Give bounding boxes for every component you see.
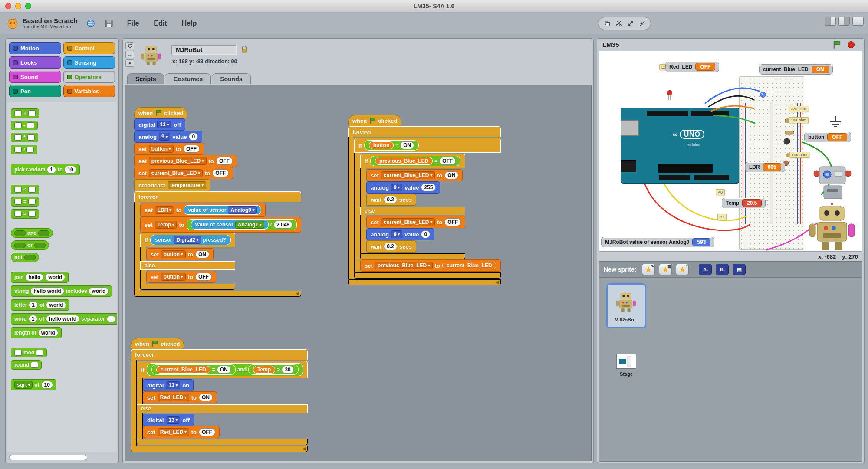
category-control[interactable]: Control	[63, 42, 115, 54]
block-input-field[interactable]: ON	[199, 394, 213, 401]
window-layout-button-1[interactable]	[825, 17, 836, 26]
empty-number-slot[interactable]	[31, 362, 38, 368]
stack-block[interactable]: digital13▾on	[143, 379, 194, 391]
stack-block[interactable]: wait0.2secs	[366, 194, 416, 206]
block-input-field[interactable]: 0	[421, 230, 430, 238]
palette-block[interactable]: joinhelloworld	[11, 272, 69, 283]
delete-tool-button[interactable]	[614, 19, 624, 28]
language-globe-icon[interactable]	[85, 18, 96, 29]
block-input-field[interactable]: 1	[47, 166, 56, 174]
stack-block[interactable]: setRed_LED▾toOFF	[143, 426, 220, 438]
hat-block[interactable]: whenclicked	[348, 115, 401, 126]
empty-number-slot[interactable]	[14, 134, 22, 141]
block-dropdown[interactable]: current_Blue_LED▾	[381, 218, 435, 226]
stage-thumbnail[interactable]: Stage	[612, 352, 641, 379]
tab-costumes[interactable]: Costumes	[165, 73, 211, 84]
palette-block[interactable]: =	[11, 197, 39, 207]
stop-button[interactable]	[848, 41, 855, 48]
variable-reporter[interactable]: button	[369, 141, 394, 149]
block-dropdown[interactable]: Red_LED▾	[158, 428, 189, 436]
stack-block[interactable]: setcurrent_Blue_LED▾toOFF	[134, 167, 233, 179]
stack-block[interactable]: setbutton▾toON	[146, 248, 214, 260]
script-1[interactable]: whenclickeddigital13▾offanalog9▾value0se…	[134, 107, 301, 297]
block-dropdown[interactable]: LDR▾	[155, 206, 174, 214]
block-input-field[interactable]: OFF	[183, 145, 200, 153]
block-dropdown[interactable]: button▾	[161, 250, 186, 258]
block-input-field[interactable]: OFF	[444, 218, 461, 226]
c-block-header[interactable]: ifcurrent_Blue_LED=ONandTemp>30	[137, 361, 308, 378]
block-input-field[interactable]: ON	[195, 250, 209, 258]
empty-boolean-slot[interactable]	[14, 243, 26, 248]
empty-number-slot[interactable]	[28, 187, 36, 193]
block-input-field[interactable]: 255	[421, 184, 436, 191]
block-input-field[interactable]: 30	[282, 366, 293, 374]
palette-block[interactable]: /	[11, 145, 37, 154]
block-input-field[interactable]: world	[89, 287, 108, 295]
block-input-field[interactable]: hello world	[46, 315, 79, 323]
block-input-field[interactable]: world	[38, 329, 58, 337]
new-sprite-import-button[interactable]: B.	[716, 264, 729, 275]
grow-sprite-tool-button[interactable]	[626, 19, 635, 28]
watcher-temp[interactable]: Temp20.5	[722, 198, 766, 208]
stack-block[interactable]: setprevious_Blue_LED▾toOFF	[134, 155, 237, 167]
stack-block[interactable]: setTemp▾tovalue of sensorAnalog1▾/2.048	[140, 217, 301, 233]
sensor-reporter[interactable]: value of sensorAnalog0▾	[184, 205, 261, 215]
empty-boolean-slot[interactable]	[34, 243, 46, 248]
block-dropdown[interactable]: button▾	[161, 273, 186, 281]
palette-block[interactable]: and	[11, 228, 53, 238]
palette-block[interactable]: pick random1to10	[11, 164, 80, 175]
block-dropdown[interactable]: previous_Blue_LED▾	[375, 262, 433, 269]
block-input-field[interactable]: 10	[41, 381, 53, 389]
c-block[interactable]: foreverifcurrent_Blue_LED=ONandTemp>30di…	[131, 349, 308, 452]
palette-block[interactable]: +	[11, 108, 39, 118]
sprite-library-button[interactable]: ▤	[733, 264, 746, 275]
palette-block[interactable]: mod	[11, 348, 47, 357]
block-input-field[interactable]: 0.2	[384, 243, 397, 250]
empty-number-slot[interactable]	[26, 147, 34, 153]
surprise-new-sprite-button[interactable]: ★?	[676, 264, 689, 275]
c-block-header[interactable]: ifbutton=ON	[354, 138, 501, 153]
block-input-field[interactable]: OFF	[199, 428, 215, 436]
block-dropdown[interactable]: 13▾	[166, 416, 180, 424]
c-block[interactable]: foreversetLDR▾tovalue of sensorAnalog0▾s…	[134, 191, 301, 297]
empty-number-slot[interactable]	[14, 350, 22, 356]
block-input-field[interactable]: 1	[29, 315, 38, 323]
hat-block[interactable]: whenclicked	[131, 338, 184, 349]
stack-block[interactable]: setbutton▾toOFF	[146, 271, 216, 283]
block-dropdown[interactable]: 9▾	[159, 133, 170, 141]
watcher-red-led[interactable]: Red_LEDOFF	[665, 62, 719, 72]
variable-reporter[interactable]: current_Blue_LED	[156, 366, 210, 374]
palette-block[interactable]: sqrt▾of10	[11, 379, 56, 390]
block-input-field[interactable]: OFF	[216, 157, 233, 165]
empty-number-slot[interactable]	[14, 187, 22, 193]
palette-block[interactable]: round	[11, 360, 42, 370]
script-2[interactable]: whenclickedforeverifbutton=ONifprevious_…	[348, 115, 501, 285]
palette-block[interactable]: letter1ofworld	[11, 299, 69, 311]
category-pen[interactable]: Pen	[9, 85, 61, 97]
category-sound[interactable]: Sound	[9, 71, 61, 83]
palette-horizontal-scrollbar[interactable]	[9, 455, 87, 460]
block-input-field[interactable]: ON	[444, 171, 458, 179]
duplicate-tool-button[interactable]	[602, 19, 612, 28]
stack-block[interactable]: wait0.2secs	[366, 240, 416, 253]
block-input-field[interactable]: 1	[29, 301, 38, 309]
stack-block[interactable]: analog9▾value0	[366, 228, 434, 240]
stack-block[interactable]: setRed_LED▾toON	[143, 391, 217, 403]
empty-boolean-slot[interactable]	[38, 230, 49, 236]
block-input-field[interactable]: OFF	[212, 169, 229, 177]
block-dropdown[interactable]: Analog0▾	[228, 206, 257, 214]
block-input-field[interactable]	[107, 315, 115, 323]
block-dropdown[interactable]: button▾	[149, 145, 174, 153]
palette-block[interactable]: >	[11, 209, 39, 219]
scripts-canvas[interactable]: whenclickeddigital13▾offanalog9▾value0se…	[125, 85, 592, 461]
palette-block[interactable]: word1ofhello worldseparator	[11, 313, 117, 325]
watcher-mjrobot-value-of-sensor-analog0[interactable]: MJRoBot value of sensor Analog0593	[601, 237, 714, 247]
rotation-style-rotate-button[interactable]	[125, 42, 134, 49]
block-dropdown[interactable]: 13▾	[157, 121, 171, 128]
operator-boolean[interactable]: previous_Blue_LED=OFF	[370, 156, 460, 166]
rotation-style-flip-button[interactable]: ↔	[125, 51, 134, 58]
block-input-field[interactable]: hello	[25, 273, 43, 281]
stack-block[interactable]: setprevious_Blue_LED▾tocurrent_Blue_LED	[360, 259, 501, 272]
stage[interactable]: ∞UNO Arduino	[599, 51, 862, 252]
stage-sprite-small-robot[interactable]	[812, 165, 853, 204]
